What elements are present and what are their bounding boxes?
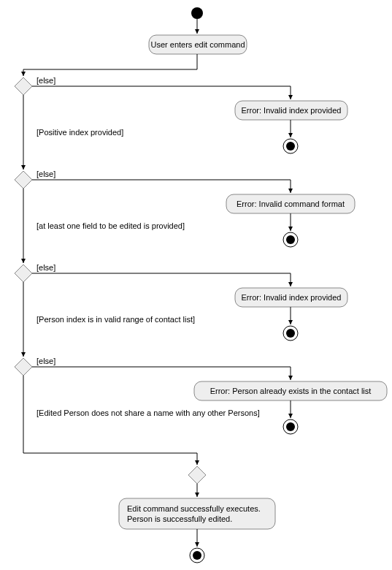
activity-error-4-label: Error: Person already exists in the cont… [210,387,372,395]
decision-3-guard-label: [Person index is in valid range of conta… [36,315,195,324]
initial-node [191,7,203,19]
decision-2-guard-label: [at least one field to be edited is prov… [36,221,185,230]
activity-error-3-label: Error: Invalid index provided [242,293,342,302]
decision-4-else-label: [else] [36,357,55,365]
decision-1-guard-label: [Positive index provided] [36,128,123,137]
decision-3 [15,265,32,282]
activity-error-2-label: Error: Invalid command format [237,200,345,208]
decision-1-else-label: [else] [36,76,55,85]
decision-2-else-label: [else] [36,170,55,178]
activity-success [119,498,275,529]
activity-error-1-label: Error: Invalid index provided [242,106,342,115]
svg-point-7 [286,142,295,151]
decision-1 [15,77,32,95]
activity-success-line2: Person is successfully edited. [127,514,232,523]
svg-point-22 [286,422,295,431]
decision-2 [15,171,32,189]
activity-success-line1: Edit command successfully executes. [127,504,261,513]
svg-point-12 [286,235,295,244]
decision-4-guard-label: [Edited Person does not share a name wit… [36,408,260,417]
decision-4 [15,358,32,376]
decision-3-else-label: [else] [36,263,55,272]
merge-node [188,466,206,484]
svg-point-17 [286,329,295,338]
svg-point-28 [193,551,201,560]
activity-start-label: User enters edit command [151,40,245,49]
